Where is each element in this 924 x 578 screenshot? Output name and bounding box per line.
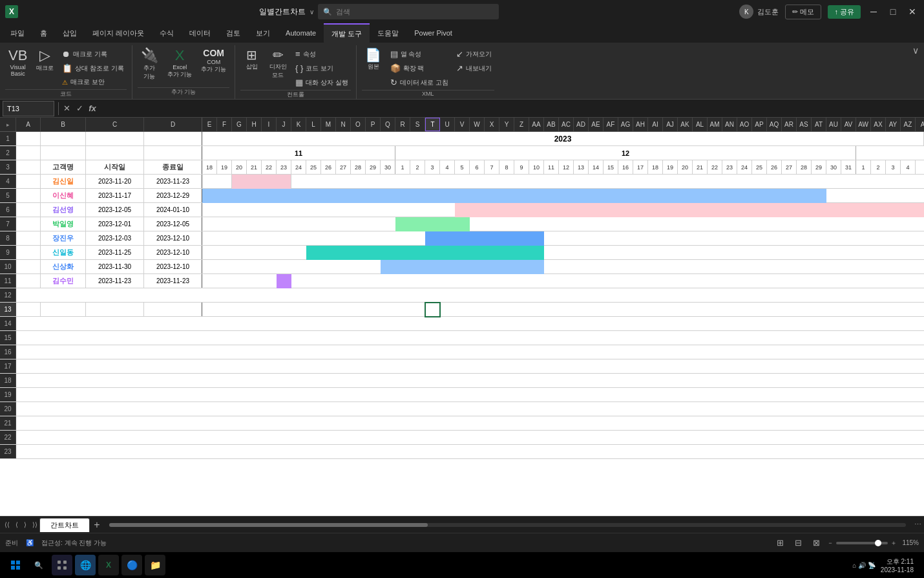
cell-name-7[interactable]: 박일영 bbox=[41, 217, 86, 231]
active-cell-T13[interactable] bbox=[425, 303, 440, 317]
cell-A4[interactable] bbox=[16, 175, 41, 188]
col-X[interactable]: X bbox=[485, 118, 499, 131]
cell-end-8[interactable]: 2023-12-10 bbox=[144, 231, 202, 245]
cell-B2[interactable] bbox=[41, 146, 86, 160]
col-AK[interactable]: AK bbox=[678, 118, 693, 131]
cell-C1[interactable] bbox=[86, 132, 144, 145]
col-Q[interactable]: Q bbox=[381, 118, 395, 131]
cell-after-bar-10[interactable] bbox=[544, 260, 924, 274]
rownum-18[interactable]: 18 bbox=[0, 374, 16, 387]
add-sheet-button[interactable]: + bbox=[90, 518, 104, 532]
cell-start-7[interactable]: 2023-12-01 bbox=[86, 217, 144, 231]
hscroll-thumb[interactable] bbox=[109, 523, 428, 527]
col-AQ[interactable]: AQ bbox=[767, 118, 782, 131]
row-18-cells[interactable] bbox=[16, 374, 924, 387]
col-A[interactable]: A bbox=[16, 118, 41, 131]
tab-file[interactable]: 파일 bbox=[3, 23, 32, 43]
rownum-1[interactable]: 1 bbox=[0, 132, 16, 145]
import-button[interactable]: ↙ 가져오기 bbox=[454, 48, 494, 60]
rownum-23[interactable]: 23 bbox=[0, 445, 16, 458]
col-K[interactable]: K bbox=[291, 118, 306, 131]
col-AT[interactable]: AT bbox=[812, 118, 826, 131]
tab-data[interactable]: 데이터 bbox=[182, 23, 218, 43]
col-AC[interactable]: AC bbox=[559, 118, 574, 131]
cell-name-6[interactable]: 김선영 bbox=[41, 203, 86, 217]
taskbar-chrome[interactable]: 🔵 bbox=[121, 555, 142, 575]
header-start[interactable]: 시작일 bbox=[86, 160, 144, 174]
col-AZ[interactable]: AZ bbox=[901, 118, 916, 131]
col-AI[interactable]: AI bbox=[648, 118, 663, 131]
col-P[interactable]: P bbox=[366, 118, 381, 131]
search-bar[interactable]: 🔍 검색 bbox=[318, 4, 499, 19]
start-button[interactable] bbox=[5, 555, 26, 575]
cell-after-bar-7[interactable] bbox=[470, 217, 924, 231]
row-21-cells[interactable] bbox=[16, 416, 924, 430]
tab-review[interactable]: 검토 bbox=[218, 23, 248, 43]
nav-next[interactable]: ⟩ bbox=[22, 521, 28, 528]
zoom-in-button[interactable]: ＋ bbox=[890, 539, 897, 548]
col-AA[interactable]: AA bbox=[529, 118, 544, 131]
col-D[interactable]: D bbox=[144, 118, 202, 131]
cell-after-bar-9[interactable] bbox=[544, 246, 924, 260]
macro-button[interactable]: ▷ 매크로 bbox=[33, 47, 57, 74]
col-G[interactable]: G bbox=[232, 118, 247, 131]
cell-rest-4[interactable] bbox=[291, 175, 924, 189]
rownum-22[interactable]: 22 bbox=[0, 431, 16, 444]
cell-A7[interactable] bbox=[16, 217, 41, 231]
header-name[interactable]: 고객명 bbox=[41, 160, 86, 174]
tab-insert[interactable]: 삽입 bbox=[55, 23, 85, 43]
hscroll-track[interactable] bbox=[109, 523, 906, 527]
cell-before-bar-9[interactable] bbox=[202, 246, 306, 260]
taskbar-search[interactable]: 🔍 bbox=[28, 555, 49, 575]
rownum-10[interactable]: 10 bbox=[0, 260, 16, 273]
cell-A2[interactable] bbox=[16, 146, 41, 160]
cell-end-11[interactable]: 2023-11-23 bbox=[144, 274, 202, 288]
col-AN[interactable]: AN bbox=[722, 118, 737, 131]
col-AL[interactable]: AL bbox=[693, 118, 708, 131]
cell-name-5[interactable]: 이신혜 bbox=[41, 189, 86, 202]
rownum-5[interactable]: 5 bbox=[0, 189, 16, 202]
ribbon-expand-button[interactable]: ∨ bbox=[912, 45, 919, 56]
confirm-formula-button[interactable]: ✓ bbox=[73, 102, 86, 115]
rownum-15[interactable]: 15 bbox=[0, 331, 16, 345]
cell-A11[interactable] bbox=[16, 274, 41, 288]
col-T[interactable]: T bbox=[425, 118, 440, 131]
refresh-data-button[interactable]: ↻ 데이터 새로 고침 bbox=[388, 76, 452, 89]
rownum-6[interactable]: 6 bbox=[0, 203, 16, 217]
taskbar-files[interactable]: 📁 bbox=[145, 555, 165, 575]
tab-developer[interactable]: 개발 도구 bbox=[324, 23, 370, 43]
rownum-8[interactable]: 8 bbox=[0, 231, 16, 245]
cell-start-11[interactable]: 2023-11-23 bbox=[86, 274, 144, 288]
col-AV[interactable]: AV bbox=[841, 118, 856, 131]
share-button[interactable]: ↑ 공유 bbox=[828, 5, 861, 19]
col-Y[interactable]: Y bbox=[499, 118, 514, 131]
row-22-cells[interactable] bbox=[16, 431, 924, 444]
cell-after-bar-8[interactable] bbox=[544, 231, 924, 246]
cell-before-bar-11[interactable] bbox=[202, 274, 277, 288]
rownum-19[interactable]: 19 bbox=[0, 388, 16, 401]
minimize-button[interactable]: ─ bbox=[867, 5, 880, 18]
cell-before-T13[interactable] bbox=[202, 303, 425, 317]
row-17-cells[interactable] bbox=[16, 359, 924, 373]
cell-nov18-19-4[interactable] bbox=[202, 175, 232, 189]
nav-first[interactable]: ⟨⟨ bbox=[3, 521, 12, 528]
cell-before-bar-10[interactable] bbox=[202, 260, 381, 274]
cell-start-8[interactable]: 2023-12-03 bbox=[86, 231, 144, 245]
col-AS[interactable]: AS bbox=[797, 118, 812, 131]
col-AR[interactable]: AR bbox=[782, 118, 797, 131]
page-layout-view-button[interactable]: ⊟ bbox=[791, 536, 805, 550]
design-mode-button[interactable]: ✏ 디자인모드 bbox=[266, 47, 290, 81]
cell-end-4[interactable]: 2023-11-23 bbox=[144, 175, 202, 188]
cell-A1[interactable] bbox=[16, 132, 41, 145]
rownum-17[interactable]: 17 bbox=[0, 359, 16, 373]
memo-button[interactable]: ✏ 메모 bbox=[785, 5, 821, 19]
cell-before-bar-7[interactable] bbox=[202, 217, 395, 231]
rownum-9[interactable]: 9 bbox=[0, 246, 16, 259]
row-12-cells[interactable] bbox=[16, 288, 924, 302]
cell-A9[interactable] bbox=[16, 246, 41, 259]
record-macro-button[interactable]: ⏺ 매크로 기록 bbox=[59, 48, 127, 60]
cell-B13[interactable] bbox=[41, 303, 86, 316]
col-R[interactable]: R bbox=[395, 118, 410, 131]
sheet-tab-gantt[interactable]: 간트차트 bbox=[39, 518, 90, 532]
row-14-cells[interactable] bbox=[16, 317, 924, 330]
